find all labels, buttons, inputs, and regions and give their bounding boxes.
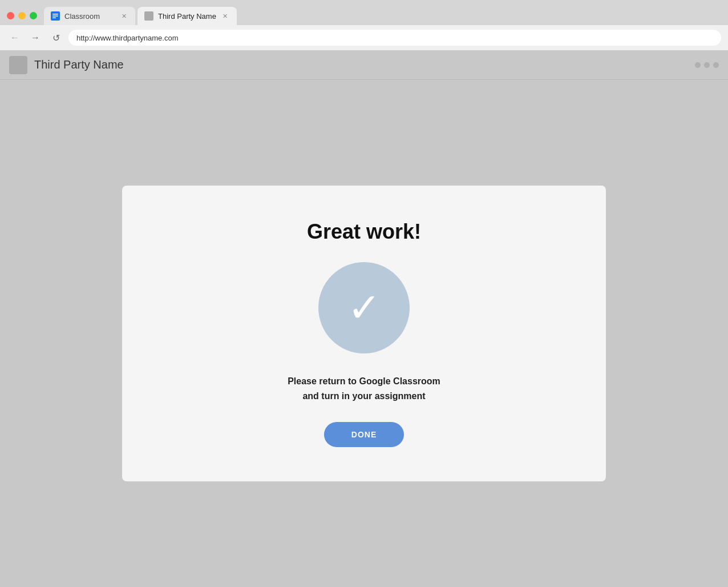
tab-third-party-close[interactable]: ✕ xyxy=(221,11,230,21)
tab-classroom-close[interactable]: ✕ xyxy=(119,11,128,21)
address-input[interactable] xyxy=(68,30,721,46)
reload-icon: ↺ xyxy=(52,33,60,43)
tab-classroom-label: Classroom xyxy=(64,12,115,21)
modal-body-text: Please return to Google Classroom and tu… xyxy=(288,374,440,403)
tab-classroom[interactable]: Classroom ✕ xyxy=(44,7,135,25)
svg-rect-2 xyxy=(52,15,58,17)
header-dot-3 xyxy=(713,62,719,68)
maximize-button[interactable] xyxy=(30,12,37,19)
tab-third-party[interactable]: Third Party Name ✕ xyxy=(137,7,237,25)
modal-body-line1: Please return to Google Classroom xyxy=(288,376,440,386)
svg-rect-1 xyxy=(52,14,58,15)
browser-window: Classroom ✕ Third Party Name ✕ ← → ↺ Thi… xyxy=(0,0,728,587)
reload-button[interactable]: ↺ xyxy=(48,30,64,46)
header-dot-2 xyxy=(704,62,710,68)
modal-card: Great work! ✓ Please return to Google Cl… xyxy=(122,186,606,481)
checkmark-circle: ✓ xyxy=(318,262,410,353)
title-bar: Classroom ✕ Third Party Name ✕ xyxy=(0,0,728,25)
address-bar-row: ← → ↺ xyxy=(0,25,728,50)
forward-icon: → xyxy=(31,33,40,43)
main-content: Great work! ✓ Please return to Google Cl… xyxy=(0,80,728,587)
tab-third-party-label: Third Party Name xyxy=(158,12,216,21)
header-dot-1 xyxy=(695,62,701,68)
svg-rect-3 xyxy=(52,18,56,19)
modal-title: Great work! xyxy=(307,220,421,244)
header-dots xyxy=(695,62,719,68)
modal-body-line2: and turn in your assignment xyxy=(302,391,425,401)
back-icon: ← xyxy=(10,33,19,43)
app-header-title: Third Party Name xyxy=(34,58,124,71)
window-controls xyxy=(7,12,37,25)
forward-button[interactable]: → xyxy=(27,30,43,46)
third-party-favicon-icon xyxy=(144,11,153,21)
back-button[interactable]: ← xyxy=(7,30,23,46)
done-button[interactable]: DONE xyxy=(324,422,404,447)
minimize-button[interactable] xyxy=(18,12,26,19)
classroom-favicon-icon xyxy=(51,11,60,21)
close-button[interactable] xyxy=(7,12,14,19)
app-header: Third Party Name xyxy=(0,50,728,80)
app-favicon-icon xyxy=(9,56,27,74)
checkmark-icon: ✓ xyxy=(347,288,381,328)
